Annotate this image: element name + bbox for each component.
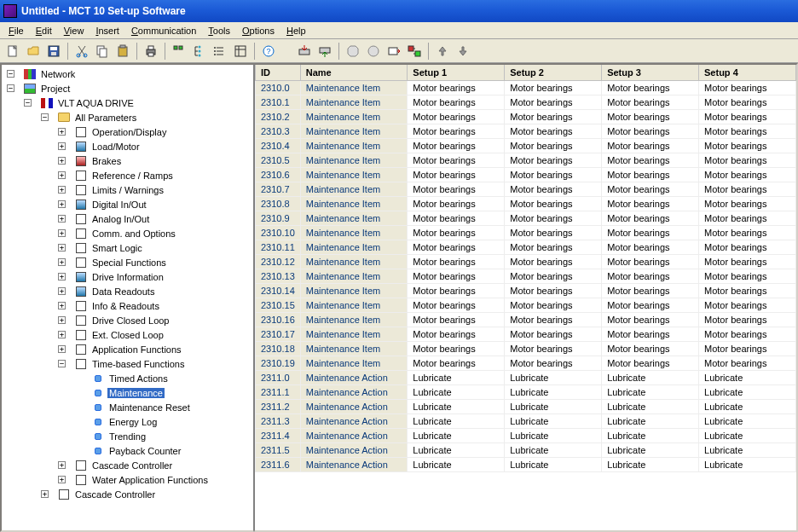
cell-setup[interactable]: Motor bearings [699, 327, 796, 341]
expand-icon[interactable]: + [58, 200, 66, 208]
cell-id[interactable]: 2310.19 [256, 356, 301, 370]
cell-setup[interactable]: Lubricate [602, 442, 699, 457]
cell-setup[interactable]: Lubricate [408, 428, 505, 442]
cell-name[interactable]: Maintenance Item [300, 196, 408, 211]
tree-label[interactable]: Application Functions [90, 344, 183, 355]
cell-id[interactable]: 2310.5 [256, 153, 301, 167]
cell-name[interactable]: Maintenance Item [300, 341, 408, 356]
cell-id[interactable]: 2310.15 [256, 298, 301, 312]
up-button[interactable] [433, 42, 452, 61]
cell-setup[interactable]: Motor bearings [505, 95, 602, 109]
tree-label[interactable]: Drive Information [90, 272, 165, 282]
expand-icon[interactable]: + [58, 215, 66, 223]
compare-button[interactable] [405, 42, 424, 61]
cell-name[interactable]: Maintenance Item [300, 109, 408, 124]
cell-id[interactable]: 2311.0 [256, 370, 301, 385]
expand-icon[interactable]: + [58, 345, 66, 353]
tree-node[interactable]: Trending [2, 429, 253, 443]
cell-name[interactable]: Maintenance Item [300, 167, 408, 182]
cell-name[interactable]: Maintenance Item [300, 80, 408, 95]
expand-icon[interactable]: + [58, 331, 66, 338]
tree-label[interactable]: Time-based Functions [90, 359, 186, 369]
tree-node[interactable]: +Water Application Functions [2, 472, 253, 487]
table-row[interactable]: 2310.5Maintenance ItemMotor bearingsMoto… [256, 153, 796, 167]
menu-help[interactable]: Help [280, 24, 312, 38]
table-row[interactable]: 2311.2Maintenance ActionLubricateLubrica… [256, 399, 796, 413]
table-row[interactable]: 2310.7Maintenance ItemMotor bearingsMoto… [256, 182, 796, 196]
cell-setup[interactable]: Motor bearings [602, 225, 699, 240]
cell-setup[interactable]: Motor bearings [408, 225, 505, 240]
tree-node[interactable]: +Drive Information [2, 269, 253, 284]
collapse-icon[interactable]: − [7, 70, 14, 78]
cell-setup[interactable]: Motor bearings [408, 196, 505, 211]
cell-setup[interactable]: Motor bearings [505, 124, 602, 138]
tree-label[interactable]: Maintenance [107, 388, 165, 398]
cell-setup[interactable]: Motor bearings [602, 356, 699, 370]
cell-setup[interactable]: Lubricate [602, 385, 699, 399]
expand-icon[interactable]: + [58, 287, 66, 295]
cell-setup[interactable]: Lubricate [505, 399, 602, 413]
cell-setup[interactable]: Motor bearings [505, 109, 602, 124]
stop-button[interactable] [344, 42, 362, 61]
tree-label[interactable]: Network [39, 69, 77, 79]
paste-button[interactable] [113, 42, 132, 61]
cell-id[interactable]: 2310.3 [256, 124, 301, 138]
cell-setup[interactable]: Lubricate [505, 428, 602, 442]
tree-label[interactable]: Timed Actions [107, 373, 170, 384]
column-header[interactable]: Setup 3 [602, 65, 699, 80]
cell-setup[interactable]: Motor bearings [699, 80, 796, 95]
expand-icon[interactable]: + [58, 128, 66, 136]
read-from-drive-button[interactable] [295, 42, 314, 61]
cell-name[interactable]: Maintenance Item [300, 153, 408, 167]
cell-setup[interactable]: Motor bearings [505, 211, 602, 225]
cell-setup[interactable]: Lubricate [699, 413, 796, 428]
cell-setup[interactable]: Lubricate [602, 428, 699, 442]
cell-name[interactable]: Maintenance Action [300, 413, 408, 428]
expand-icon[interactable]: + [58, 476, 66, 483]
cell-setup[interactable]: Motor bearings [699, 283, 796, 298]
cell-name[interactable]: Maintenance Item [300, 269, 408, 283]
table-row[interactable]: 2310.18Maintenance ItemMotor bearingsMot… [256, 341, 796, 356]
cell-setup[interactable]: Motor bearings [602, 240, 699, 254]
cell-setup[interactable]: Motor bearings [699, 167, 796, 182]
cell-setup[interactable]: Lubricate [408, 399, 505, 413]
cell-id[interactable]: 2311.6 [256, 457, 301, 471]
cell-setup[interactable]: Motor bearings [602, 182, 699, 196]
tree-node[interactable]: +Ext. Closed Loop [2, 327, 253, 342]
column-header[interactable]: Setup 1 [408, 65, 505, 80]
cell-name[interactable]: Maintenance Item [300, 225, 408, 240]
copy-button[interactable] [93, 42, 112, 61]
table-row[interactable]: 2310.10Maintenance ItemMotor bearingsMot… [256, 225, 796, 240]
table-row[interactable]: 2310.8Maintenance ItemMotor bearingsMoto… [256, 196, 796, 211]
cell-id[interactable]: 2311.1 [256, 385, 301, 399]
tree-node[interactable]: +Analog In/Out [2, 211, 253, 226]
cell-setup[interactable]: Motor bearings [505, 240, 602, 254]
cell-name[interactable]: Maintenance Item [300, 298, 408, 312]
menu-file[interactable]: File [3, 24, 30, 38]
table-row[interactable]: 2310.2Maintenance ItemMotor bearingsMoto… [256, 109, 796, 124]
cell-setup[interactable]: Motor bearings [408, 95, 505, 109]
cell-id[interactable]: 2311.4 [256, 428, 301, 442]
cell-setup[interactable]: Motor bearings [505, 225, 602, 240]
cell-setup[interactable]: Motor bearings [505, 254, 602, 269]
write-to-drive-button[interactable] [315, 42, 334, 61]
tree-label[interactable]: Project [39, 84, 72, 94]
tree-node[interactable]: +Load/Motor [2, 139, 253, 153]
cell-setup[interactable]: Motor bearings [699, 109, 796, 124]
cell-setup[interactable]: Motor bearings [408, 283, 505, 298]
cell-setup[interactable]: Motor bearings [505, 138, 602, 153]
tree-node[interactable]: −Project [2, 81, 253, 95]
tree-label[interactable]: Info & Readouts [90, 301, 161, 311]
cell-name[interactable]: Maintenance Item [300, 356, 408, 370]
cell-setup[interactable]: Lubricate [699, 370, 796, 385]
tree-label[interactable]: Trending [107, 431, 147, 442]
table-pane[interactable]: IDNameSetup 1Setup 2Setup 3Setup 4 2310.… [254, 63, 798, 532]
cell-setup[interactable]: Motor bearings [699, 95, 796, 109]
cell-name[interactable]: Maintenance Action [300, 457, 408, 471]
cell-setup[interactable]: Motor bearings [408, 341, 505, 356]
cell-setup[interactable]: Motor bearings [505, 167, 602, 182]
cell-setup[interactable]: Motor bearings [602, 298, 699, 312]
cell-setup[interactable]: Motor bearings [699, 196, 796, 211]
menu-options[interactable]: Options [236, 24, 280, 38]
cell-setup[interactable]: Lubricate [699, 457, 796, 471]
